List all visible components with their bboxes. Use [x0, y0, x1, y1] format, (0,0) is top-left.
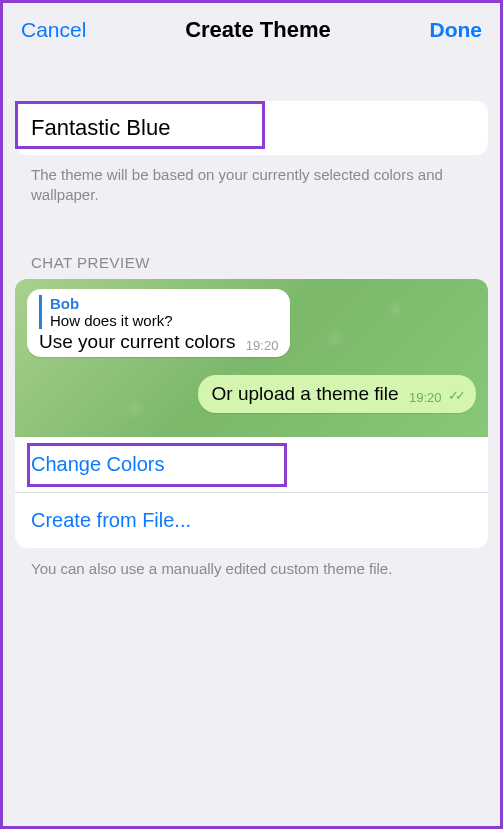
done-button[interactable]: Done [429, 18, 482, 42]
options-list: Change Colors Create from File... [15, 437, 488, 548]
theme-name-input[interactable] [15, 101, 488, 155]
theme-name-hint: The theme will be based on your currentl… [15, 155, 488, 206]
reply-sender: Bob [50, 295, 278, 312]
page-title: Create Theme [185, 17, 331, 43]
chat-preview-label: CHAT PREVIEW [15, 206, 488, 279]
outgoing-message-text: Or upload a theme file [212, 383, 399, 404]
read-checks-icon: ✓✓ [448, 388, 462, 403]
change-colors-button[interactable]: Change Colors [15, 437, 488, 492]
outgoing-bubble: Or upload a theme file 19:20 ✓✓ [198, 375, 476, 413]
chat-preview: Bob How does it work? Use your current c… [15, 279, 488, 437]
incoming-message-text: Use your current colors [39, 331, 235, 352]
outgoing-time: 19:20 [409, 390, 442, 405]
incoming-time: 19:20 [246, 338, 279, 353]
footer-hint: You can also use a manually edited custo… [15, 548, 488, 589]
create-from-file-button[interactable]: Create from File... [15, 492, 488, 548]
theme-name-field-wrap [15, 101, 488, 155]
reply-quoted-text: How does it work? [50, 312, 278, 329]
cancel-button[interactable]: Cancel [21, 18, 86, 42]
incoming-bubble: Bob How does it work? Use your current c… [27, 289, 290, 357]
